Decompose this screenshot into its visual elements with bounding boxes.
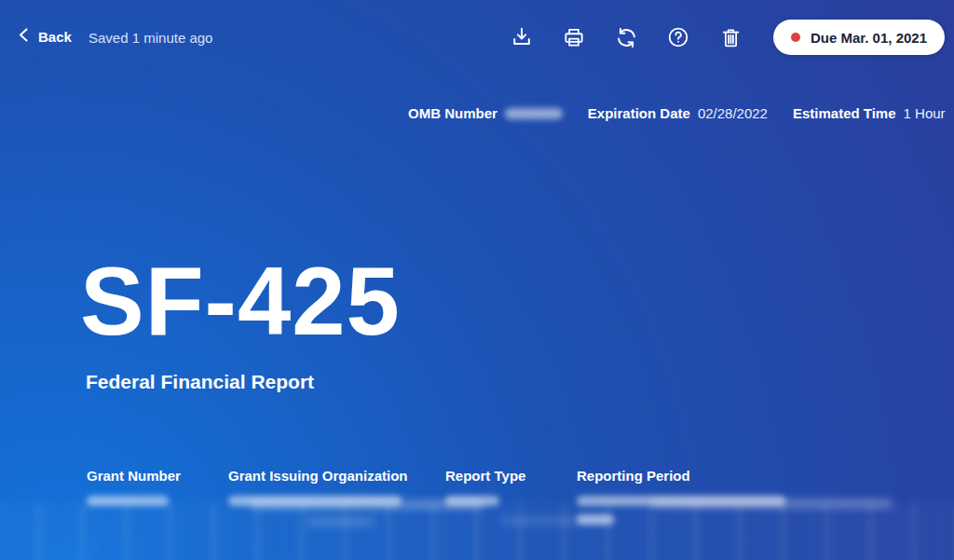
grant-issuing-org-column: Grant Issuing Organization — [228, 468, 445, 525]
help-icon — [666, 25, 690, 49]
autosave-status: Saved 1 minute ago — [89, 30, 212, 46]
print-icon — [562, 25, 586, 49]
back-button[interactable]: Back — [17, 27, 72, 47]
estimated-time-value: 1 Hour — [904, 105, 946, 121]
due-date-label: Due Mar. 01, 2021 — [811, 30, 927, 46]
toolbar — [509, 24, 743, 50]
omb-number-field: OMB Number — [408, 105, 563, 121]
sync-icon — [614, 25, 639, 50]
page-title: SF-425 — [80, 244, 401, 360]
download-icon — [510, 25, 534, 49]
grant-issuing-org-value-redacted — [228, 496, 402, 506]
back-label: Back — [38, 29, 72, 45]
download-button[interactable] — [509, 24, 535, 50]
delete-button[interactable] — [717, 24, 743, 50]
back-chevron-icon — [17, 27, 31, 47]
reporting-period-value-redacted — [577, 514, 614, 525]
estimated-time-field: Estimated Time 1 Hour — [793, 105, 946, 121]
print-button[interactable] — [561, 24, 587, 50]
form-meta-row: OMB Number Expiration Date 02/28/2022 Es… — [408, 105, 946, 121]
due-dot-icon — [791, 33, 800, 42]
report-type-column: Report Type — [445, 468, 577, 525]
sf425-report-header-screen: Back Saved 1 minute ago — [0, 0, 954, 560]
due-date-badge[interactable]: Due Mar. 01, 2021 — [773, 20, 945, 55]
grant-number-column: Grant Number — [87, 468, 228, 525]
sync-button[interactable] — [613, 24, 639, 50]
reporting-period-column: Reporting Period — [577, 468, 856, 525]
page-subtitle: Federal Financial Report — [86, 371, 314, 393]
grant-number-value-redacted — [87, 496, 169, 506]
grant-issuing-org-label: Grant Issuing Organization — [228, 468, 445, 484]
reporting-period-value-redacted — [577, 496, 785, 506]
expiration-date-value: 02/28/2022 — [698, 105, 768, 121]
omb-number-label: OMB Number — [408, 105, 497, 121]
omb-number-value-redacted — [505, 108, 563, 119]
grant-details-row: Grant Number Grant Issuing Organization … — [87, 468, 856, 525]
trash-icon — [719, 25, 743, 49]
expiration-date-label: Expiration Date — [588, 105, 690, 121]
report-type-value-redacted — [445, 496, 499, 506]
reporting-period-label: Reporting Period — [577, 468, 856, 484]
estimated-time-label: Estimated Time — [793, 105, 896, 121]
help-button[interactable] — [665, 24, 691, 50]
report-type-label: Report Type — [445, 468, 577, 484]
expiration-date-field: Expiration Date 02/28/2022 — [588, 105, 768, 121]
grant-number-label: Grant Number — [87, 468, 228, 484]
